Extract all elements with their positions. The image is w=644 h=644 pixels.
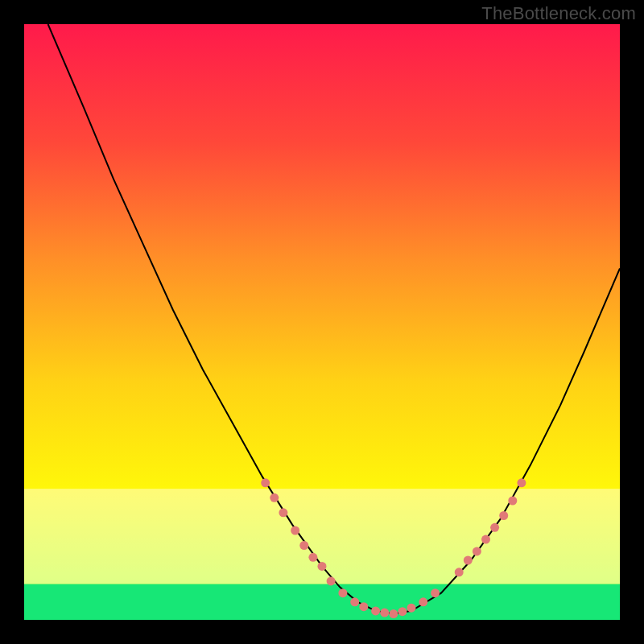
highlight-dot [398,607,407,616]
highlight-dot [473,547,481,555]
highlight-dot [318,562,327,571]
highlight-dot [279,508,287,517]
highlight-dot [389,609,398,618]
highlight-dot [508,497,517,506]
highlight-dot [299,541,308,550]
chart-svg [24,24,620,620]
highlight-dot [270,493,279,502]
highlight-dot [261,478,270,487]
highlight-dot [407,604,416,613]
green-band [24,584,620,620]
highlight-dot [499,511,508,520]
highlight-dot [490,523,499,532]
highlight-dot [380,609,389,617]
highlight-dot [481,535,490,544]
highlight-dot [359,602,368,611]
highlight-dot [371,606,380,615]
highlight-dot [517,478,526,487]
highlight-dot [455,568,464,576]
highlight-dot [327,576,336,585]
highlight-dot [431,588,440,597]
watermark-text: TheBottleneck.com [481,3,636,24]
highlight-dot [350,597,359,606]
chart-frame [24,24,620,620]
highlight-dot [464,556,473,565]
highlight-dot [419,597,427,606]
highlight-dot [308,553,317,562]
highlight-dot [338,588,347,597]
highlight-dot [291,526,299,535]
